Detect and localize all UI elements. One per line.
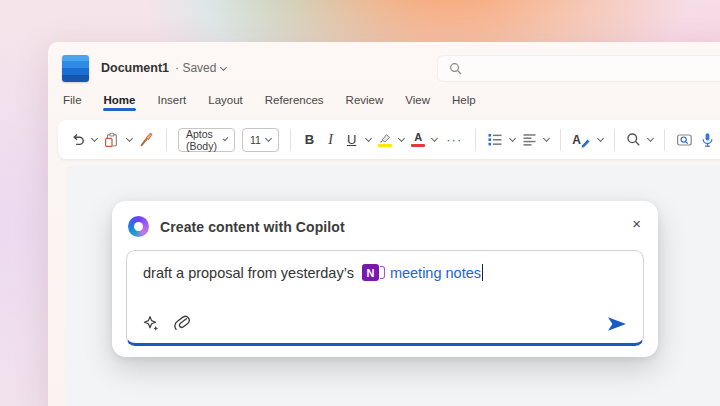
menu-review[interactable]: Review (346, 94, 384, 112)
format-painter-icon (139, 132, 155, 148)
copilot-dialog-title: Create content with Copilot (160, 219, 345, 235)
onenote-icon-tab (380, 266, 385, 279)
chevron-down-icon[interactable] (126, 135, 133, 142)
copilot-dialog: Create content with Copilot × draft a pr… (112, 201, 658, 357)
chevron-down-icon (265, 135, 272, 142)
microphone-icon (700, 132, 715, 148)
undo-button[interactable] (70, 132, 97, 147)
menu-insert[interactable]: Insert (157, 94, 186, 112)
toolbar-divider (560, 129, 561, 151)
save-status: · Saved (175, 61, 216, 75)
onenote-icon: N (362, 264, 379, 281)
italic-button[interactable]: I (324, 132, 337, 148)
ribbon-toolbar: Aptos (Body) 11 B I U A (58, 120, 720, 159)
style-pen-icon (580, 136, 591, 148)
toolbar-divider (614, 129, 615, 151)
word-app-icon (62, 55, 89, 82)
chevron-down-icon[interactable] (647, 135, 654, 142)
document-title: Document1 (101, 61, 169, 75)
title-bar: Document1 · Saved (48, 42, 720, 94)
chevron-down-icon[interactable] (220, 63, 227, 70)
sparkle-icon[interactable] (143, 315, 160, 332)
paste-button[interactable] (104, 132, 132, 148)
menu-references[interactable]: References (265, 94, 324, 112)
font-size-select[interactable]: 11 (242, 128, 279, 152)
chevron-down-icon[interactable] (509, 135, 516, 142)
immersive-reader-button[interactable] (676, 132, 693, 148)
highlighter-icon (378, 133, 392, 143)
prompt-text: draft a proposal from yesterday’s (143, 265, 354, 281)
clipboard-icon (104, 132, 120, 148)
highlight-color-bar (378, 144, 392, 147)
chevron-down-icon[interactable] (597, 135, 604, 142)
menu-help[interactable]: Help (452, 94, 476, 112)
underline-button[interactable]: U (344, 132, 371, 147)
chevron-down-icon[interactable] (431, 135, 438, 142)
copilot-prompt-input[interactable]: draft a proposal from yesterday’s N meet… (126, 250, 644, 346)
dictate-button[interactable] (700, 132, 720, 148)
send-icon[interactable] (606, 314, 628, 334)
font-name-select[interactable]: Aptos (Body) (178, 128, 235, 152)
screen-search-icon (676, 132, 693, 148)
chevron-down-icon[interactable] (398, 135, 405, 142)
align-left-icon (522, 132, 537, 147)
bullet-list-icon (487, 132, 503, 147)
format-painter-button[interactable] (139, 132, 155, 148)
bold-button[interactable]: B (302, 132, 317, 147)
chevron-down-icon[interactable] (543, 135, 550, 142)
toolbar-divider (290, 129, 291, 151)
chevron-down-icon (222, 136, 228, 142)
copilot-icon (128, 216, 149, 237)
align-button[interactable] (522, 132, 549, 147)
text-cursor (482, 264, 484, 281)
copilot-dialog-header: Create content with Copilot (112, 201, 658, 247)
menu-file[interactable]: File (63, 94, 82, 112)
paperclip-icon[interactable] (173, 314, 191, 332)
toolbar-divider (664, 129, 665, 151)
search-icon (449, 62, 462, 75)
chevron-down-icon[interactable] (365, 135, 372, 142)
onenote-reference-chip[interactable]: N (362, 264, 385, 281)
menu-view[interactable]: View (405, 94, 430, 112)
font-color-button[interactable]: A (411, 132, 437, 147)
undo-icon (70, 132, 85, 147)
search-input[interactable] (437, 55, 720, 82)
styles-button[interactable]: A (572, 132, 603, 148)
find-button[interactable] (626, 132, 653, 147)
toolbar-divider (475, 129, 476, 151)
prompt-text-line: draft a proposal from yesterday’s N meet… (127, 251, 643, 281)
menu-layout[interactable]: Layout (208, 94, 243, 112)
linked-reference-text[interactable]: meeting notes (390, 265, 481, 281)
find-icon (626, 132, 641, 147)
more-formatting-button[interactable]: ··· (444, 132, 464, 147)
chevron-down-icon[interactable] (91, 135, 98, 142)
prompt-toolbar (143, 314, 191, 332)
menu-bar: File Home Insert Layout References Revie… (48, 94, 720, 118)
menu-home[interactable]: Home (104, 94, 136, 112)
font-color-bar (411, 144, 425, 147)
bullet-list-button[interactable] (487, 132, 515, 147)
close-icon[interactable]: × (632, 216, 641, 231)
toolbar-divider (166, 129, 167, 151)
highlight-color-button[interactable] (378, 133, 404, 147)
